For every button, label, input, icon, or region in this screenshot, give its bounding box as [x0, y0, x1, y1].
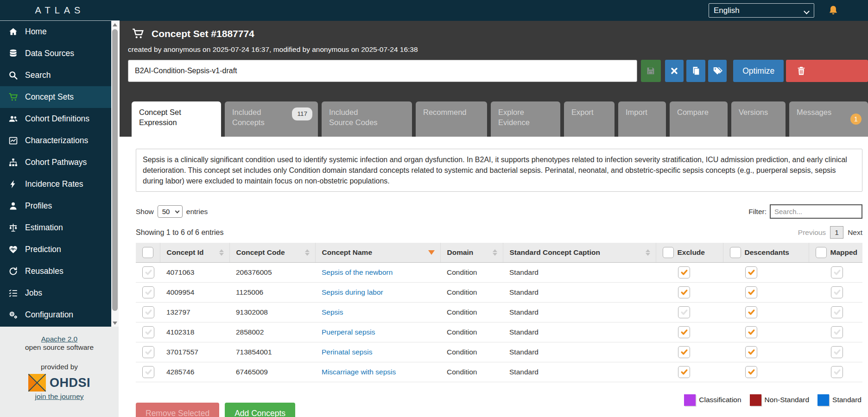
pagination-page-1[interactable]: 1 [830, 226, 843, 239]
sidebar-item-cohort-pathways[interactable]: Cohort Pathways [0, 152, 119, 173]
pagination-previous[interactable]: Previous [798, 228, 826, 237]
mapped-checkbox[interactable] [831, 306, 843, 318]
sort-icons[interactable] [493, 249, 497, 256]
table-filter-input[interactable] [770, 204, 862, 219]
concept-name-link[interactable]: Puerperal sepsis [322, 328, 375, 336]
legend-item-non-standard: Non-Standard [750, 394, 810, 406]
sidebar-item-search[interactable]: Search [0, 64, 119, 86]
person-icon [7, 201, 19, 211]
tab-included-source-codes[interactable]: Included Source Codes [322, 101, 412, 137]
row-select-checkbox[interactable] [142, 346, 154, 358]
cell-standard-caption: Standard [503, 262, 656, 282]
sidebar-item-incidence-rates[interactable]: Incidence Rates [0, 173, 119, 195]
column-header-standard-concept-caption[interactable]: Standard Concept Caption [503, 243, 656, 262]
column-header-concept-id[interactable]: Concept Id [160, 243, 229, 262]
row-select-checkbox[interactable] [142, 266, 154, 278]
concept-name-link[interactable]: Sepsis during labor [322, 288, 383, 296]
mapped-checkbox[interactable] [831, 286, 843, 298]
descendants-checkbox[interactable] [745, 326, 757, 338]
tab-explore-evidence[interactable]: Explore Evidence [491, 101, 560, 137]
row-select-checkbox[interactable] [142, 286, 154, 298]
scrollbar-thumb[interactable] [112, 29, 118, 311]
join-the-journey-link[interactable]: join the journey [35, 392, 83, 400]
sidebar-item-cohort-definitions[interactable]: Cohort Definitions [0, 108, 119, 130]
column-header-domain[interactable]: Domain [440, 243, 503, 262]
descendants-checkbox[interactable] [745, 346, 757, 358]
column-header-concept-name[interactable]: Concept Name [315, 243, 440, 262]
save-button[interactable] [641, 60, 660, 82]
row-select-checkbox[interactable] [142, 306, 154, 318]
tab-concept-set-expression[interactable]: Concept Set Expression [132, 101, 221, 137]
remove-selected-button[interactable]: Remove Selected [136, 403, 219, 417]
cell-mapped [809, 262, 862, 282]
tags-button[interactable] [708, 60, 727, 82]
descendants-all-checkbox[interactable] [730, 247, 741, 258]
sidebar-item-configuration[interactable]: Configuration [0, 304, 119, 326]
exclude-checkbox[interactable] [678, 366, 690, 378]
scroll-down-arrow-icon[interactable] [111, 319, 119, 327]
sidebar-item-characterizations[interactable]: Characterizations [0, 130, 119, 152]
sort-desc-icon[interactable] [428, 250, 435, 255]
concept-name-link[interactable]: Miscarriage with sepsis [322, 368, 396, 376]
descendants-checkbox[interactable] [745, 366, 757, 378]
exclude-checkbox[interactable] [678, 346, 690, 358]
tab-label: Messages [797, 107, 831, 117]
search-icon [7, 70, 19, 81]
delete-button[interactable] [786, 60, 868, 82]
concept-name-link[interactable]: Perinatal sepsis [322, 348, 372, 356]
mapped-all-checkbox[interactable] [816, 247, 827, 258]
sort-icons[interactable] [305, 249, 310, 256]
language-select[interactable]: English [709, 3, 814, 18]
tab-compare[interactable]: Compare [670, 101, 728, 137]
exclude-all-checkbox[interactable] [663, 247, 674, 258]
sidebar-item-jobs[interactable]: Jobs [0, 282, 119, 304]
mapped-checkbox[interactable] [831, 346, 843, 358]
mapped-checkbox[interactable] [831, 266, 843, 278]
copy-button[interactable] [686, 60, 705, 82]
tab-messages[interactable]: Messages1 [789, 101, 868, 137]
descendants-checkbox[interactable] [745, 266, 757, 278]
select-all-checkbox[interactable] [142, 247, 153, 258]
notification-bell-icon[interactable] [827, 5, 839, 17]
tab-recommend[interactable]: Recommend [416, 101, 487, 137]
close-button[interactable] [665, 60, 684, 82]
row-select-checkbox[interactable] [142, 366, 154, 378]
sort-icons[interactable] [646, 249, 650, 256]
sidebar-item-home[interactable]: Home [0, 21, 119, 43]
tab-import[interactable]: Import [618, 101, 666, 137]
sidebar-item-prediction[interactable]: Prediction [0, 239, 119, 260]
legend-swatch [684, 394, 696, 406]
tab-badge: 117 [292, 107, 312, 120]
scroll-up-arrow-icon[interactable] [111, 21, 119, 28]
sidebar-item-concept-sets[interactable]: Concept Sets [0, 86, 119, 108]
page-title: Concept Set #1887774 [152, 28, 254, 39]
sidebar-item-profiles[interactable]: Profiles [0, 195, 119, 217]
exclude-checkbox[interactable] [678, 286, 690, 298]
tab-versions[interactable]: Versions [731, 101, 786, 137]
sidebar-item-data-sources[interactable]: Data Sources [0, 43, 119, 64]
sort-icons[interactable] [219, 249, 224, 256]
tab-included-concepts[interactable]: Included Concepts117 [225, 101, 318, 137]
exclude-checkbox[interactable] [678, 326, 690, 338]
apache-license-link[interactable]: Apache 2.0 [41, 335, 77, 343]
mapped-checkbox[interactable] [831, 326, 843, 338]
sidebar-item-estimation[interactable]: Estimation [0, 217, 119, 239]
cell-concept-code: 67465009 [229, 362, 315, 382]
descendants-checkbox[interactable] [745, 286, 757, 298]
exclude-checkbox[interactable] [678, 306, 690, 318]
descendants-checkbox[interactable] [745, 306, 757, 318]
tab-export[interactable]: Export [564, 101, 615, 137]
column-header-concept-code[interactable]: Concept Code [229, 243, 315, 262]
optimize-button[interactable]: Optimize [733, 60, 784, 82]
row-select-checkbox[interactable] [142, 326, 154, 338]
sidebar-scrollbar[interactable] [111, 21, 119, 327]
concept-name-link[interactable]: Sepsis of the newborn [322, 268, 393, 276]
add-concepts-button[interactable]: Add Concepts [225, 403, 295, 417]
page-size-select[interactable]: 50 [158, 205, 183, 218]
pagination-next[interactable]: Next [848, 228, 862, 237]
mapped-checkbox[interactable] [831, 366, 843, 378]
concept-name-link[interactable]: Sepsis [322, 308, 343, 316]
exclude-checkbox[interactable] [678, 266, 690, 278]
concept-set-name-input[interactable] [128, 60, 637, 82]
sidebar-item-reusables[interactable]: Reusables [0, 260, 119, 282]
